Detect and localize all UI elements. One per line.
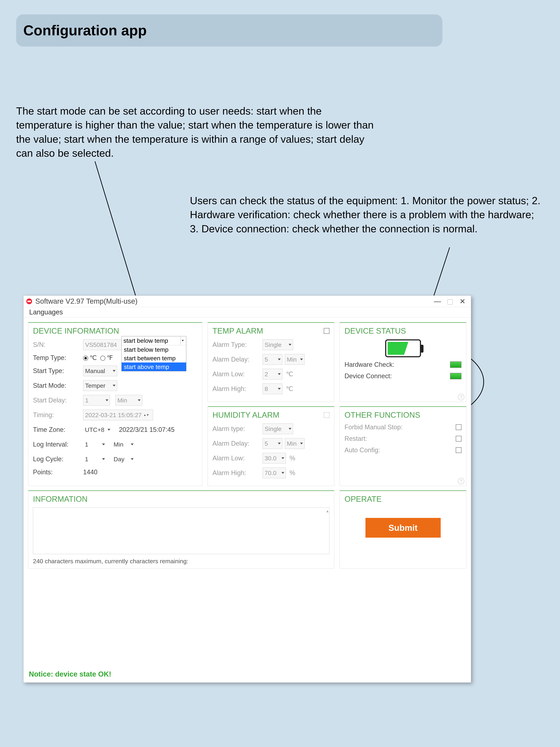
start-mode-select[interactable]: Temper [83, 380, 117, 391]
row-start-delay: Start Delay: 1 Min [33, 395, 197, 406]
timing-label: Timing: [33, 411, 83, 419]
auto-label: Auto Config: [345, 446, 380, 454]
minimize-button[interactable]: — [431, 296, 444, 307]
log-interval-value[interactable]: 1 [83, 439, 106, 450]
radio-fahrenheit[interactable] [100, 356, 105, 361]
svg-rect-5 [27, 301, 31, 302]
dropdown-opt-below[interactable]: start below temp [122, 345, 186, 354]
dropdown-opt-above[interactable]: start above temp [122, 362, 186, 371]
ha-type-label: Alarm type: [212, 425, 263, 433]
ta-low-value[interactable]: 2 [263, 369, 282, 380]
start-delay-label: Start Delay: [33, 396, 83, 404]
scroll-up-icon[interactable]: ▴ [326, 508, 328, 513]
dropdown-opt-between[interactable]: start between temp [122, 354, 186, 362]
auto-checkbox[interactable] [456, 447, 461, 453]
maximize-button[interactable]: ▢ [444, 296, 456, 307]
ha-delay-unit[interactable]: Min [285, 438, 304, 449]
ha-high-unit: % [290, 469, 295, 476]
menu-languages[interactable]: Languages [27, 308, 65, 317]
row-points: Points: 1440 [33, 468, 197, 476]
log-cycle-unit[interactable]: Day [112, 454, 135, 464]
ta-low-unit: ℃ [286, 370, 293, 378]
forbid-checkbox[interactable] [456, 424, 461, 430]
forbid-label: Forbid Manual Stop: [345, 423, 403, 431]
log-cycle-value[interactable]: 1 [83, 454, 106, 464]
row-timezone: Time Zone: UTC+8 2022/3/21 15:07:45 [33, 424, 197, 435]
ta-high-unit: ℃ [286, 385, 293, 393]
points-value: 1440 [83, 468, 98, 476]
start-type-select[interactable]: Manual [83, 365, 117, 376]
points-label: Points: [33, 468, 83, 476]
content-area: DEVICE INFORMATION S/N: VS5081784 Temp T… [24, 317, 471, 573]
devconn-label: Device Connect: [345, 372, 392, 380]
ta-delay-value[interactable]: 5 [263, 354, 282, 365]
dropdown-current[interactable]: start below temp [122, 336, 186, 345]
ta-delay-unit[interactable]: Min [285, 354, 304, 365]
ha-low-unit: % [290, 455, 295, 462]
start-type-label: Start Type: [33, 367, 83, 375]
titlebar: Software V2.97 Temp(Multi-use) — ▢ ✕ [24, 295, 471, 307]
humidity-alarm-enable-checkbox[interactable] [324, 412, 329, 418]
ha-type-select[interactable]: Single [263, 423, 293, 434]
submit-button[interactable]: Submit [366, 518, 441, 538]
menubar: Languages [24, 307, 471, 317]
timezone-now: 2022/3/21 15:07:45 [119, 426, 175, 434]
ha-delay-label: Alarm Delay: [212, 440, 263, 447]
group-other-functions: OTHER FUNCTIONS Forbid Manual Stop: Rest… [340, 406, 466, 486]
log-cycle-label: Log Cycle: [33, 455, 83, 463]
ha-low-value[interactable]: 30.0 [263, 453, 286, 464]
app-window: Software V2.97 Temp(Multi-use) — ▢ ✕ Lan… [23, 295, 471, 682]
ha-high-value[interactable]: 70.0 [263, 467, 286, 478]
callout-devicestatus: Users can check the status of the equipm… [190, 194, 543, 236]
log-interval-label: Log Interval: [33, 441, 83, 448]
restart-checkbox[interactable] [456, 436, 461, 441]
fahrenheit-label: ℉ [107, 354, 113, 362]
group-information: INFORMATION ▴ 240 characters maximum, cu… [28, 490, 334, 568]
row-start-mode: Start Mode: Temper [33, 380, 197, 391]
start-mode-dropdown[interactable]: start below temp start below temp start … [122, 336, 186, 371]
information-title: INFORMATION [33, 495, 329, 504]
ha-delay-value[interactable]: 5 [263, 438, 282, 449]
devconn-led [450, 373, 461, 379]
ta-type-select[interactable]: Single [263, 339, 293, 350]
timezone-select[interactable]: UTC+8 [83, 424, 112, 435]
close-button[interactable]: ✕ [456, 296, 469, 307]
celsius-label: ℃ [89, 354, 97, 362]
battery-icon [385, 339, 421, 357]
row-log-interval: Log Interval: 1 Min [33, 439, 197, 450]
row-log-cycle: Log Cycle: 1 Day [33, 454, 197, 464]
help-icon[interactable]: ? [458, 394, 464, 400]
operate-title: OPERATE [345, 495, 461, 504]
ta-type-label: Alarm Type: [212, 341, 263, 349]
footer-notice: Notice: device state OK! [29, 670, 111, 678]
radio-celsius[interactable] [83, 356, 88, 361]
start-delay-unit[interactable]: Min [115, 395, 142, 406]
other-fn-title: OTHER FUNCTIONS [345, 411, 461, 419]
row-timing: Timing: 2022-03-21 15:05:27▲▼ [33, 410, 197, 420]
start-mode-label: Start Mode: [33, 382, 83, 389]
sn-label: S/N: [33, 341, 83, 349]
ta-high-value[interactable]: 8 [263, 383, 282, 394]
page-title-bar: Configuration app [16, 14, 443, 47]
temp-type-label: Temp Type: [33, 354, 83, 362]
device-status-title: DEVICE STATUS [345, 327, 461, 335]
ta-high-label: Alarm High: [212, 385, 263, 393]
help-icon-2[interactable]: ? [458, 478, 464, 484]
device-info-title: DEVICE INFORMATION [33, 327, 197, 335]
log-interval-unit[interactable]: Min [112, 439, 135, 450]
group-operate: OPERATE Submit [340, 490, 466, 568]
start-delay-value[interactable]: 1 [83, 395, 110, 406]
timing-input[interactable]: 2022-03-21 15:05:27▲▼ [83, 410, 153, 420]
temp-alarm-enable-checkbox[interactable] [324, 328, 329, 334]
ha-low-label: Alarm Low: [212, 455, 263, 462]
information-hint: 240 characters maximum, currently charac… [33, 558, 329, 565]
temp-alarm-title: TEMP ALARM [212, 327, 329, 335]
ta-low-label: Alarm Low: [212, 370, 263, 378]
group-device-information: DEVICE INFORMATION S/N: VS5081784 Temp T… [28, 322, 202, 486]
group-temp-alarm: TEMP ALARM Alarm Type: Single Alarm Dela… [208, 322, 334, 402]
ta-delay-label: Alarm Delay: [212, 356, 263, 363]
hwcheck-led [450, 361, 461, 368]
information-textarea[interactable]: ▴ [33, 508, 329, 554]
app-logo-icon [26, 298, 33, 305]
group-humidity-alarm: HUMIDITY ALARM Alarm type: Single Alarm … [208, 406, 334, 486]
